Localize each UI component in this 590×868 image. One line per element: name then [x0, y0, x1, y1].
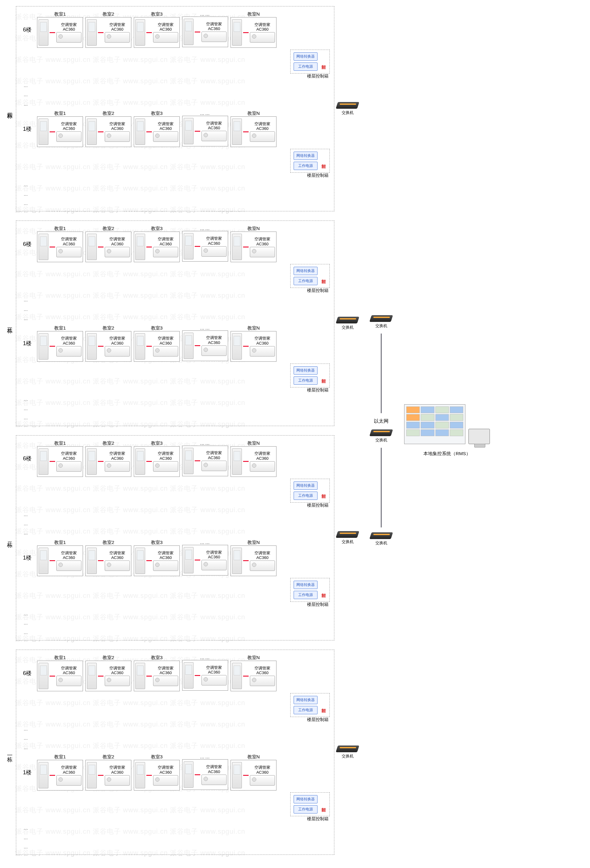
vertical-ellipsis: … — [21, 724, 330, 734]
controller-model: AC360 — [202, 670, 227, 675]
controller-device-icon — [202, 131, 227, 141]
ac-unit-icon — [184, 333, 193, 359]
vertical-ellipsis: … — [21, 190, 330, 199]
switch-label: 交换机 — [342, 753, 354, 759]
floor-control-box: 网络转换器工作电源控制箱 — [290, 264, 330, 288]
floor-control-box: 网络转换器工作电源控制箱 — [290, 693, 330, 717]
floor-label: 6楼 — [21, 241, 34, 248]
controller-model: AC360 — [56, 670, 81, 675]
room-box: 空调管家AC360 — [37, 117, 83, 147]
controller-name: 空调管家 — [250, 666, 275, 671]
room-name: 教室N — [230, 655, 276, 661]
controller-device-icon — [202, 560, 227, 570]
connection-line — [195, 675, 200, 676]
controller-device-icon — [56, 346, 81, 357]
controller-name: 空调管家 — [153, 551, 178, 556]
controller-name: 空调管家 — [56, 122, 81, 127]
connection-line — [243, 775, 249, 776]
controller-name: 空调管家 — [153, 22, 178, 27]
floor-row: 6楼教室1空调管家AC360教室2空调管家AC360教室3空调管家AC360……… — [21, 440, 330, 477]
controller-model: AC360 — [250, 341, 275, 345]
controller-device-icon — [153, 247, 178, 257]
controller-device-icon — [250, 32, 275, 43]
room-name: 教室3 — [134, 11, 180, 17]
controller-name: 空调管家 — [202, 335, 227, 340]
ac-unit-icon — [38, 762, 49, 788]
controller: 空调管家AC360 — [250, 551, 275, 571]
controlbox-row: 网络转换器工作电源控制箱楼层控制箱 — [21, 578, 330, 607]
ac-unit-icon — [232, 663, 242, 689]
room-name: 教室2 — [86, 655, 131, 661]
ac-unit-icon — [184, 762, 193, 788]
connection-line — [98, 346, 103, 347]
room-name: 教室N — [230, 540, 276, 545]
ac-unit-icon — [87, 118, 97, 145]
floor-label: 6楼 — [21, 670, 34, 677]
connection-line — [98, 461, 103, 462]
controller-device-icon — [105, 131, 130, 142]
ethernet-label: 以太网 — [374, 418, 388, 425]
controller-model: AC360 — [105, 770, 130, 775]
ac-unit-icon — [184, 19, 193, 45]
controller: 空调管家AC360 — [105, 666, 130, 686]
vertical-ellipsis: … — [21, 510, 330, 519]
room-column: 教室N空调管家AC360 — [230, 540, 276, 576]
room-column: 教室1空调管家AC360 — [37, 11, 83, 48]
controller-name: 空调管家 — [105, 122, 130, 127]
controller: 空调管家AC360 — [105, 22, 130, 43]
room-box: 空调管家AC360 — [182, 16, 228, 47]
ac-unit-icon — [184, 547, 193, 573]
vertical-ellipsis: … — [21, 404, 330, 413]
room-column: 教室3空调管家AC360 — [134, 226, 180, 262]
ac-unit-icon — [135, 762, 145, 788]
connection-line — [50, 131, 55, 132]
ac-unit-icon — [87, 19, 97, 46]
controller-model: AC360 — [202, 455, 227, 460]
room-column: ……空调管家AC360 — [182, 754, 228, 791]
controlbox-row: 网络转换器工作电源控制箱楼层控制箱 — [21, 264, 330, 294]
controller-name: 空调管家 — [153, 336, 178, 341]
ac-unit-icon — [38, 548, 49, 574]
controller-device-icon — [105, 561, 130, 571]
room-name: 教室2 — [86, 226, 131, 232]
room-name: 教室N — [230, 440, 276, 446]
controller-model: AC360 — [105, 670, 130, 675]
ac-unit-icon — [232, 548, 242, 574]
controller-model: AC360 — [153, 670, 178, 675]
ac-unit-icon — [232, 118, 242, 145]
floor-row: 1楼教室1空调管家AC360教室2空调管家AC360教室3空调管家AC360……… — [21, 540, 330, 576]
controller: 空调管家AC360 — [56, 451, 81, 472]
switch-icon — [336, 745, 359, 752]
ac-unit-icon — [38, 19, 49, 46]
floor-row: 1楼教室1空调管家AC360教室2空调管家AC360教室3空调管家AC360……… — [21, 111, 330, 147]
ac-unit-icon — [232, 19, 242, 46]
controller-device-icon — [105, 676, 130, 686]
controller-device-icon — [153, 32, 178, 43]
ac-unit-icon — [87, 663, 97, 689]
room-name: 教室2 — [86, 325, 131, 331]
controller: 空调管家AC360 — [202, 236, 227, 257]
connection-line — [195, 246, 200, 247]
switch-icon — [336, 531, 359, 538]
controller: 空调管家AC360 — [153, 122, 178, 142]
vertical-ellipsis: … — [21, 413, 330, 422]
controller-device-icon — [153, 131, 178, 142]
controller-name: 空调管家 — [250, 336, 275, 341]
connection-line — [195, 345, 200, 346]
controller-model: AC360 — [202, 555, 227, 559]
controlbox-caption: 楼层控制箱 — [290, 717, 329, 722]
room-box: 空调管家AC360 — [182, 331, 228, 361]
controller-name: 空调管家 — [202, 236, 227, 241]
ac-unit-icon — [38, 663, 49, 689]
ac-unit-icon — [38, 449, 49, 475]
switch-icon — [369, 430, 393, 436]
controller-device-icon — [250, 461, 275, 472]
network-converter: 网络转换器 — [294, 267, 317, 275]
controller-device-icon — [202, 345, 227, 356]
controller-name: 空调管家 — [56, 765, 81, 770]
controller-name: 空调管家 — [105, 336, 130, 341]
controller-name: 空调管家 — [56, 237, 81, 242]
connection-line — [146, 676, 152, 676]
connection-line — [98, 131, 103, 132]
ac-unit-icon — [135, 19, 145, 46]
